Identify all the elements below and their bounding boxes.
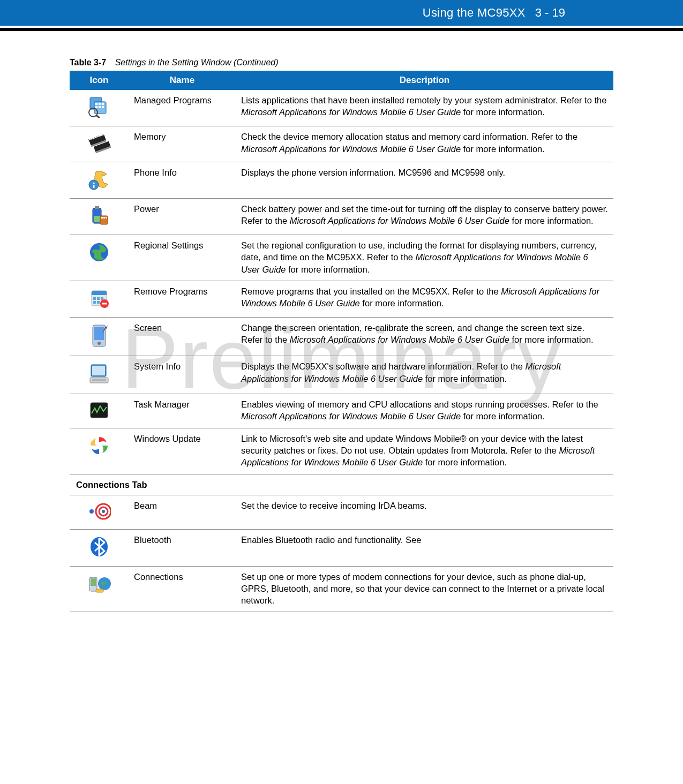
svg-rect-2 (95, 103, 97, 105)
table-caption: Table 3-7 Settings in the Setting Window… (70, 58, 613, 67)
setting-description: Remove programs that you installed on th… (236, 281, 613, 317)
managed-programs-icon (70, 90, 129, 126)
col-icon: Icon (70, 71, 129, 90)
header-title: Using the MC95XX (423, 6, 526, 20)
svg-rect-26 (95, 206, 99, 209)
svg-rect-57 (91, 578, 96, 586)
header-page-number: 3 - 19 (535, 6, 565, 20)
connections-icon (70, 566, 129, 612)
setting-name: Task Manager (129, 394, 236, 428)
svg-rect-36 (97, 297, 100, 300)
task-manager-icon (70, 394, 129, 428)
setting-description: Check the device memory allocation statu… (236, 126, 613, 162)
setting-description: Set the device to receive incoming IrDA … (236, 495, 613, 529)
svg-rect-4 (102, 103, 104, 105)
setting-name: System Info (129, 356, 236, 394)
svg-rect-3 (99, 103, 101, 105)
setting-description: Enables Bluetooth radio and functionalit… (236, 530, 613, 566)
regional-settings-icon (70, 235, 129, 281)
table-row: BeamSet the device to receive incoming I… (70, 495, 613, 529)
table-row: ConnectionsSet up one or more types of m… (70, 566, 613, 612)
svg-line-9 (96, 115, 100, 118)
table-row: Phone InfoDisplays the phone version inf… (70, 162, 613, 198)
table-row: ScreenChange the screen orientation, re-… (70, 318, 613, 356)
setting-description: Link to Microsoft's web site and update … (236, 428, 613, 474)
setting-name: Managed Programs (129, 90, 236, 126)
bluetooth-icon (70, 530, 129, 566)
svg-rect-7 (102, 106, 104, 108)
setting-description: Displays the phone version information. … (236, 162, 613, 198)
setting-name: Power (129, 198, 236, 235)
beam-icon (70, 495, 129, 529)
table-row: MemoryCheck the device memory allocation… (70, 126, 613, 162)
windows-update-icon (70, 428, 129, 474)
section-header-row: Connections Tab (70, 474, 613, 495)
svg-rect-35 (93, 297, 96, 300)
setting-name: Windows Update (129, 428, 236, 474)
svg-rect-41 (102, 303, 107, 304)
power-icon (70, 198, 129, 235)
svg-rect-23 (93, 183, 95, 184)
col-name: Name (129, 71, 236, 90)
table-row: PowerCheck battery power and set the tim… (70, 198, 613, 235)
table-row: System InfoDisplays the MC95XX's softwar… (70, 356, 613, 394)
col-description: Description (236, 71, 613, 90)
page-header: Using the MC95XX 3 - 19 (0, 0, 683, 26)
svg-point-44 (97, 342, 101, 345)
svg-rect-46 (92, 366, 105, 375)
svg-point-54 (89, 509, 94, 514)
svg-rect-34 (92, 291, 107, 295)
setting-description: Change the screen orientation, re-calibr… (236, 318, 613, 356)
svg-rect-47 (90, 378, 108, 383)
svg-rect-30 (103, 217, 105, 218)
table-row: Task ManagerEnables viewing of memory an… (70, 394, 613, 428)
setting-description: Check battery power and set the time-out… (236, 198, 613, 235)
setting-description: Displays the MC95XX's software and hardw… (236, 356, 613, 394)
setting-name: Beam (129, 495, 236, 529)
setting-description: Set up one or more types of modem connec… (236, 566, 613, 612)
svg-rect-29 (101, 217, 103, 218)
setting-name: Remove Programs (129, 281, 236, 317)
svg-rect-27 (94, 216, 100, 222)
table-row: Windows UpdateLink to Microsoft's web si… (70, 428, 613, 474)
setting-description: Lists applications that have been instal… (236, 90, 613, 126)
table-label: Table 3-7 (70, 58, 106, 67)
setting-name: Memory (129, 126, 236, 162)
remove-programs-icon (70, 281, 129, 317)
svg-rect-5 (95, 106, 97, 108)
setting-name: Phone Info (129, 162, 236, 198)
svg-rect-24 (93, 185, 95, 188)
svg-rect-39 (97, 301, 100, 304)
svg-rect-37 (101, 297, 103, 300)
phone-info-icon (70, 162, 129, 198)
svg-point-53 (102, 510, 105, 513)
system-info-icon (70, 356, 129, 394)
svg-rect-31 (106, 217, 107, 218)
setting-description: Enables viewing of memory and CPU alloca… (236, 394, 613, 428)
setting-name: Screen (129, 318, 236, 356)
table-row: BluetoothEnables Bluetooth radio and fun… (70, 530, 613, 566)
setting-description: Set the regional configuration to use, i… (236, 235, 613, 281)
svg-rect-59 (96, 589, 103, 592)
table-row: Remove ProgramsRemove programs that you … (70, 281, 613, 317)
table-title: Settings in the Setting Window (Continue… (115, 58, 279, 67)
svg-rect-6 (99, 106, 101, 108)
setting-name: Bluetooth (129, 530, 236, 566)
settings-table: Icon Name Description Managed ProgramsLi… (70, 71, 613, 612)
section-header: Connections Tab (70, 474, 613, 495)
svg-rect-43 (94, 327, 104, 340)
svg-rect-38 (93, 301, 96, 304)
setting-name: Regional Settings (129, 235, 236, 281)
table-row: Regional SettingsSet the regional config… (70, 235, 613, 281)
table-row: Managed ProgramsLists applications that … (70, 90, 613, 126)
screen-icon (70, 318, 129, 356)
svg-line-14 (89, 140, 89, 142)
setting-name: Connections (129, 566, 236, 612)
memory-icon (70, 126, 129, 162)
